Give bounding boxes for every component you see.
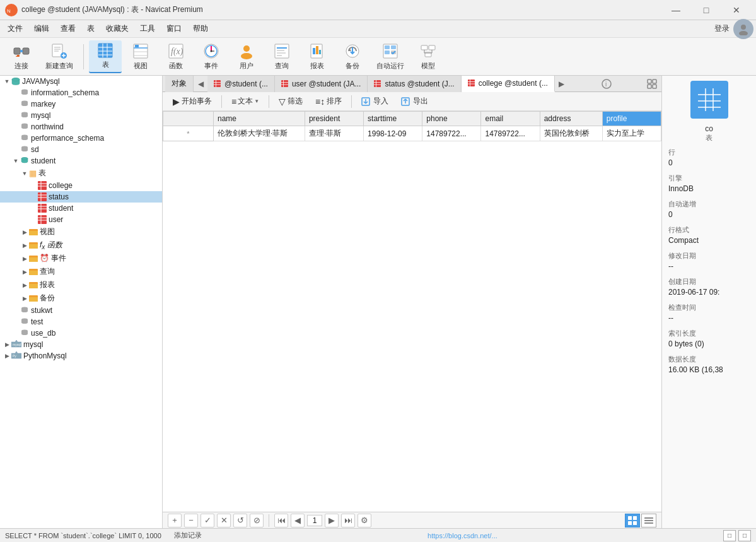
maximize-button[interactable]: □ [692, 0, 721, 20]
col-president[interactable]: president [305, 112, 363, 126]
grid-view-btn[interactable] [625, 514, 640, 527]
menu-favorites[interactable]: 收藏夹 [101, 21, 134, 36]
cell-phone-1[interactable]: 14789722... [422, 126, 481, 141]
sidebar-item-stukwt[interactable]: stukwt [0, 305, 162, 316]
refresh-btn[interactable]: ↺ [233, 514, 247, 527]
sidebar-item-markey[interactable]: markey [0, 98, 162, 110]
tab-status[interactable]: status @student (J... [368, 76, 461, 92]
toolbar-model[interactable]: 模型 [412, 40, 445, 73]
last-page-btn[interactable]: ⏭ [341, 514, 355, 527]
sidebar-item-backup-folder[interactable]: ▶ 备份 [0, 292, 162, 305]
sidebar-item-queries-folder[interactable]: ▶ 查询 [0, 265, 162, 278]
sidebar-item-reports-folder[interactable]: ▶ 报表 [0, 278, 162, 292]
toolbar-user[interactable]: 用户 [230, 40, 263, 73]
status-mini-btn-2[interactable]: □ [738, 530, 751, 541]
action-bar: ▶ 开始事务 ≡ 文本 ▼ ▽ 筛选 ≡↕ 排序 [163, 92, 661, 111]
toolbar-connect[interactable]: 连接 [5, 40, 38, 73]
sidebar-item-views-folder[interactable]: ▶ 视图 [0, 225, 162, 239]
menu-file[interactable]: 文件 [3, 21, 28, 36]
next-page-btn[interactable]: ▶ [325, 514, 339, 527]
sidebar-item-mysql-db[interactable]: mysql [0, 110, 162, 121]
list-view-btn[interactable] [641, 514, 656, 527]
col-email[interactable]: email [481, 112, 540, 126]
status-tab-icon [374, 80, 381, 87]
tab-info-button[interactable]: i [600, 77, 614, 91]
toolbar-new-query[interactable]: 新建查询 [40, 40, 78, 73]
toolbar-report[interactable]: 报表 [301, 40, 334, 73]
sort-btn[interactable]: ≡↕ 排序 [310, 94, 347, 109]
tab-student[interactable]: @student (... [207, 76, 275, 92]
login-area[interactable]: 登录 [714, 19, 753, 39]
sidebar-item-test[interactable]: test [0, 316, 162, 327]
menu-view[interactable]: 查看 [55, 21, 81, 36]
cancel-record-btn[interactable]: ✕ [217, 514, 231, 527]
menu-table[interactable]: 表 [82, 21, 100, 36]
stop-btn[interactable]: ⊘ [250, 514, 264, 527]
close-button[interactable]: ✕ [722, 0, 751, 20]
cell-profile-1[interactable]: 实力至上学 [602, 126, 661, 141]
sidebar-item-events-folder[interactable]: ▶ ⏰ 事件 [0, 252, 162, 265]
import-btn[interactable]: 导入 [356, 94, 393, 109]
sidebar-item-mysql-connection[interactable]: ▶ mysql mysql [0, 339, 162, 350]
table-row[interactable]: * 伦敦剑桥大学理·菲斯 查理·菲斯 1998-12-09 14789722..… [163, 126, 661, 141]
prev-page-btn[interactable]: ◀ [291, 514, 305, 527]
status-mini-btn-1[interactable]: □ [723, 530, 736, 541]
minimize-button[interactable]: — [661, 0, 690, 20]
col-address[interactable]: address [540, 112, 602, 126]
view-toggle-group [625, 514, 656, 527]
col-starttime[interactable]: starttime [364, 112, 422, 126]
sidebar-item-use-db[interactable]: use_db [0, 327, 162, 339]
rp-label-createdate: 创建日期 [668, 277, 750, 286]
tab-objects[interactable]: 对象 [165, 76, 194, 92]
sidebar-item-perf-schema[interactable]: performance_schema [0, 133, 162, 144]
cell-email-1[interactable]: 14789722... [481, 126, 540, 141]
toolbar-autorun[interactable]: 自动运行 [371, 40, 409, 73]
sidebar-item-javamysql[interactable]: ▼ JAVAMysql [0, 76, 162, 87]
col-name[interactable]: name [214, 112, 305, 126]
menu-help[interactable]: 帮助 [188, 21, 213, 36]
filter-btn[interactable]: ▽ 筛选 [274, 94, 308, 109]
sidebar-item-tables-folder[interactable]: ▼ ▦ 表 [0, 167, 162, 180]
cell-starttime-1[interactable]: 1998-12-09 [364, 126, 422, 141]
sidebar-item-student-table[interactable]: student [0, 203, 162, 214]
tab-user[interactable]: user @student (JA... [275, 76, 368, 92]
tab-college[interactable]: college @student (... [462, 76, 555, 92]
menu-window[interactable]: 窗口 [161, 21, 187, 36]
backup-label: 备份 [346, 61, 359, 71]
cell-name-1[interactable]: 伦敦剑桥大学理·菲斯 [214, 126, 305, 141]
sidebar-item-northwind[interactable]: northwind [0, 121, 162, 133]
add-record-btn[interactable]: + [168, 514, 182, 527]
text-view-btn[interactable]: ≡ 文本 ▼ [226, 94, 264, 109]
delete-record-btn[interactable]: − [184, 514, 198, 527]
tab-grid-toggle[interactable] [645, 77, 659, 91]
toolbar-table[interactable]: 表 [89, 40, 122, 73]
sidebar-item-user-table[interactable]: user [0, 214, 162, 225]
queries-folder-icon [29, 268, 38, 276]
sidebar-item-pythonmysql[interactable]: ▶ Py PythonMysql [0, 350, 162, 362]
cell-address-1[interactable]: 英国伦敦剑桥 [540, 126, 602, 141]
toolbar-query[interactable]: 查询 [265, 40, 298, 73]
menu-edit[interactable]: 编辑 [29, 21, 54, 36]
export-btn[interactable]: 导出 [396, 94, 433, 109]
sidebar-item-funcs-folder[interactable]: ▶ fx 函数 [0, 239, 162, 252]
sidebar-item-college-table[interactable]: college [0, 180, 162, 191]
col-phone[interactable]: phone [422, 112, 481, 126]
sidebar-item-status-table[interactable]: status [0, 191, 162, 203]
toolbar-event[interactable]: 事件 [195, 40, 228, 73]
col-profile[interactable]: profile [602, 112, 661, 126]
page-number[interactable]: 1 [307, 515, 322, 526]
toolbar-backup[interactable]: 备份 [336, 40, 369, 73]
tab-nav-forward[interactable]: ▶ [555, 77, 569, 91]
page-settings-btn[interactable]: ⚙ [358, 514, 371, 527]
confirm-record-btn[interactable]: ✓ [201, 514, 214, 527]
sidebar-item-information-schema[interactable]: information_schema [0, 87, 162, 98]
menu-tools[interactable]: 工具 [135, 21, 160, 36]
toolbar-function[interactable]: f(x) 函数 [160, 40, 192, 73]
begin-transaction-btn[interactable]: ▶ 开始事务 [168, 94, 217, 109]
tab-nav-back[interactable]: ◀ [194, 77, 207, 91]
cell-president-1[interactable]: 查理·菲斯 [305, 126, 363, 141]
toolbar-view[interactable]: 视图 [124, 40, 157, 73]
sidebar-item-student-db[interactable]: ▼ student [0, 155, 162, 167]
sidebar-item-sd[interactable]: sd [0, 144, 162, 155]
first-page-btn[interactable]: ⏮ [274, 514, 288, 527]
